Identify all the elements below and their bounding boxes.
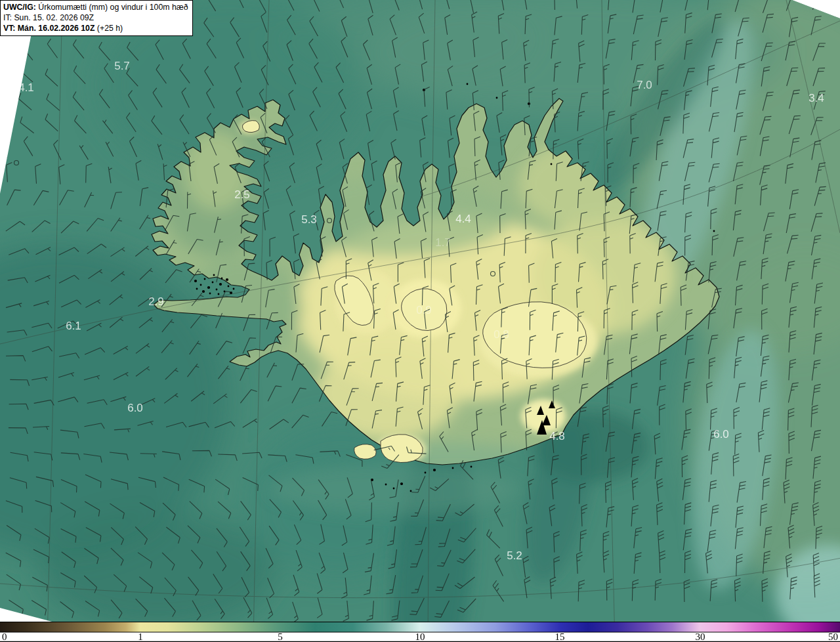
precip-value-label: 4.1 [18, 81, 34, 94]
islet-dot [433, 469, 436, 471]
precip-value-label: 4.8 [549, 430, 565, 442]
islet-dot [233, 288, 235, 290]
precip-value-label: 2.5 [234, 188, 250, 201]
title-line-init-time: IT: Sun. 15. 02. 2026 09Z [3, 12, 188, 23]
product-description: Úrkomumætti (mm) og vindur i 100m hæð [36, 3, 188, 12]
islet-dot [202, 290, 205, 293]
islet-dot [213, 274, 215, 276]
precip-value-label: 5.3 [301, 213, 317, 226]
weather-map-canvas: 4.15.77.03.42.55.34.41.72.90.96.10.86.04… [0, 0, 840, 642]
islet-dot [713, 230, 715, 232]
colorbar: 01510153050 [0, 622, 840, 642]
colorbar-tick-label: 10 [415, 631, 425, 642]
precip-value-label: 6.0 [127, 402, 143, 414]
weather-map-screen: 4.15.77.03.42.55.34.41.72.90.96.10.86.04… [0, 0, 840, 642]
islet-dot [204, 278, 206, 280]
product-code: UWC/IG: [3, 3, 36, 12]
islet-dot [425, 472, 427, 474]
precip-value-label: 6.0 [713, 428, 729, 440]
precip-value-label: 5.7 [114, 60, 130, 72]
title-line-product: UWC/IG: Úrkomumætti (mm) og vindur i 100… [3, 2, 188, 12]
colorbar-tick-label: 1 [138, 631, 143, 642]
islet-dot [467, 83, 469, 85]
precip-value-label: 1.7 [435, 236, 451, 249]
glacier-eyjafjallajokull [354, 444, 376, 460]
precip-value-label: 0.9 [416, 304, 432, 316]
precip-value-label: 2.9 [148, 295, 164, 308]
islet-dot [410, 490, 412, 492]
colorbar-tick-labels: 01510153050 [2, 631, 838, 642]
islet-dot [200, 284, 202, 286]
islet-dot [226, 278, 228, 281]
islet-dot [207, 286, 210, 289]
precip-value-label: 6.1 [66, 320, 81, 332]
colorbar-tick-label: 30 [696, 631, 705, 642]
islet-dot [196, 288, 198, 290]
islet-dot [219, 283, 222, 286]
islet-dot [216, 289, 218, 291]
islet-dot [551, 163, 553, 165]
precip-value-label: 0.8 [494, 328, 509, 341]
precip-value-label: 3.4 [808, 92, 824, 104]
colorbar-gradient [0, 622, 840, 632]
valid-time: VT: Mán. 16.02.2026 10Z [3, 24, 94, 33]
islet-dot [452, 467, 454, 469]
precip-value-label: 5.2 [507, 549, 522, 562]
colorbar-tick-label: 50 [828, 631, 838, 642]
islet-dot [400, 482, 403, 485]
islet-dot [218, 293, 220, 295]
islet-dot [209, 293, 211, 295]
title-box: UWC/IG: Úrkomumætti (mm) og vindur i 100… [0, 0, 193, 36]
colorbar-tick-label: 15 [555, 631, 565, 642]
colorbar-tick-label: 0 [2, 631, 7, 642]
islet-dot [471, 466, 472, 468]
islet-dot [194, 280, 197, 282]
islet-dot [221, 278, 223, 280]
islet-dot [496, 97, 498, 99]
islet-dot [212, 282, 214, 284]
colorbar-tick-label: 5 [278, 631, 283, 642]
title-line-valid-time: VT: Mán. 16.02.2026 10Z (+25 h) [3, 23, 188, 33]
islet-dot [228, 286, 230, 288]
islet-dot [385, 484, 387, 486]
islet-dot [393, 488, 395, 490]
lead-time: (+25 h) [94, 24, 123, 33]
precip-value-label: 7.0 [637, 79, 652, 91]
map-field: 4.15.77.03.42.55.34.41.72.90.96.10.86.04… [0, 0, 840, 642]
precip-value-label: 4.4 [455, 213, 471, 225]
